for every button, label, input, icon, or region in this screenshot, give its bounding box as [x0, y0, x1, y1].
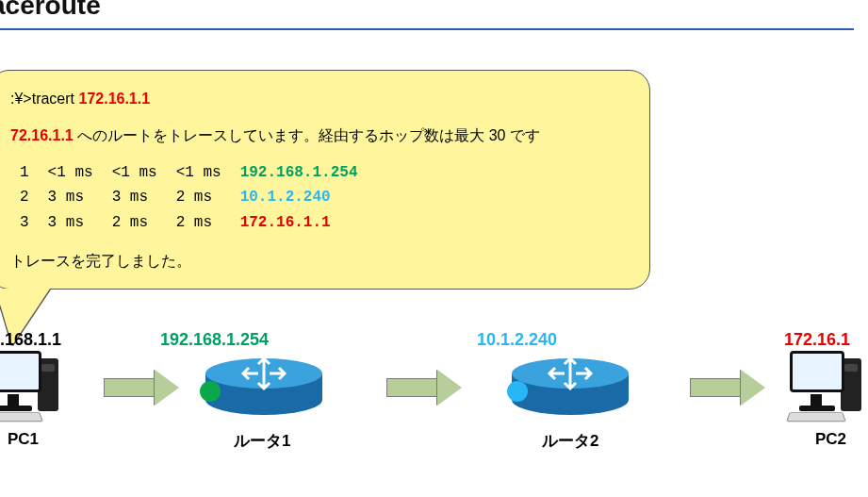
hop-ip: 192.168.1.254 [231, 161, 368, 187]
pc1-ip-label: 92.168.1.1 [0, 330, 61, 350]
hop-ip: 10.1.2.240 [231, 186, 368, 211]
arrow-pc1-r1 [104, 372, 179, 404]
hop-number: 2 [10, 186, 39, 211]
hop-rtt3: 2 ms [167, 186, 231, 211]
trace-complete: トレースを完了しました。 [10, 250, 629, 273]
router1-interface-dot [200, 381, 221, 402]
title-rule [0, 28, 854, 30]
hop-number: 3 [10, 211, 39, 237]
hop-rtt3: 2 ms [167, 211, 231, 237]
tracert-command: :¥>tracert 172.16.1.1 [10, 88, 629, 111]
router2-interface-dot [507, 381, 528, 402]
router1-label: ルータ1 [234, 430, 290, 452]
tracing-ip: 72.16.1.1 [10, 127, 74, 143]
pc2-ip-label: 172.16.1 [784, 330, 850, 350]
hop-row: 1<1 ms<1 ms<1 ms192.168.1.254 [10, 161, 367, 187]
hop-rtt2: <1 ms [103, 161, 167, 187]
hop-row: 33 ms2 ms2 ms172.16.1.1 [10, 211, 367, 237]
hop-rtt2: 3 ms [103, 186, 167, 211]
target-ip: 172.16.1.1 [78, 91, 150, 107]
tracert-output-bubble: :¥>tracert 172.16.1.1 72.16.1.1 へのルートをトレ… [0, 70, 650, 290]
router1-ip-label: 192.168.1.254 [160, 330, 269, 350]
arrow-r2-pc2 [690, 372, 765, 404]
hop-rtt1: <1 ms [39, 161, 103, 187]
hop-rtt1: 3 ms [39, 211, 103, 237]
pc1-label: PC1 [8, 430, 39, 449]
hop-ip: 172.16.1.1 [231, 211, 368, 237]
page-title: aceroute [0, 0, 101, 21]
prompt-text: :¥>tracert [10, 91, 78, 107]
tracing-message: 72.16.1.1 へのルートをトレースしています。経由するホップ数は最大 30… [10, 124, 629, 148]
arrow-r1-r2 [386, 372, 462, 404]
hop-table: 1<1 ms<1 ms<1 ms192.168.1.25423 ms3 ms2 … [10, 161, 629, 237]
hop-row: 23 ms3 ms2 ms10.1.2.240 [10, 186, 367, 211]
hop-rtt3: <1 ms [167, 161, 231, 187]
pc2-icon [790, 351, 865, 424]
pc1-icon [0, 351, 62, 424]
router2-label: ルータ2 [542, 430, 598, 452]
router2-ip-label: 10.1.2.240 [477, 330, 557, 350]
hop-rtt2: 2 ms [103, 211, 167, 237]
hop-rtt1: 3 ms [39, 186, 103, 211]
pc2-label: PC2 [815, 430, 846, 449]
hop-number: 1 [10, 161, 39, 187]
tracing-text: へのルートをトレースしています。経由するホップ数は最大 30 です [74, 127, 540, 143]
